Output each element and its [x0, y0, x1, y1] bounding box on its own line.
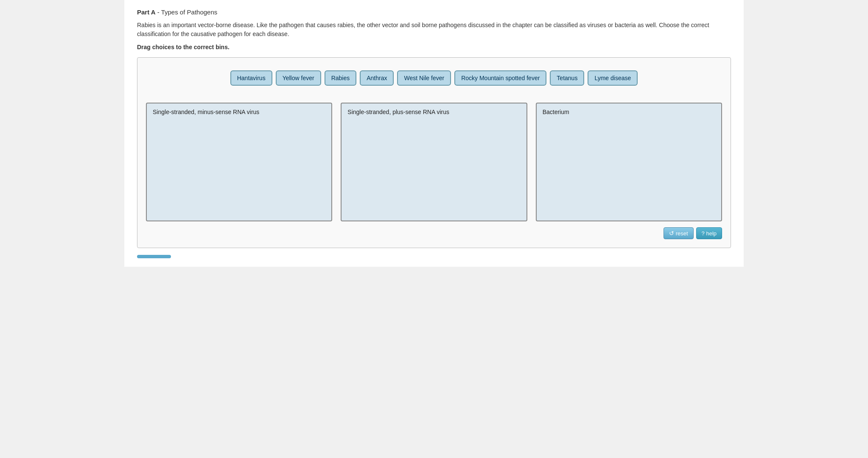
bins-row: Single-stranded, minus-sense RNA virusSi… — [146, 103, 722, 221]
part-label: Part A — [137, 8, 156, 16]
help-button[interactable]: ? help — [696, 227, 722, 239]
bin-label-bin_bacterium: Bacterium — [543, 109, 715, 115]
bin-bin_minus_sense[interactable]: Single-stranded, minus-sense RNA virus — [146, 103, 332, 221]
bin-bin_plus_sense[interactable]: Single-stranded, plus-sense RNA virus — [341, 103, 527, 221]
drag-item-tetanus[interactable]: Tetanus — [550, 70, 584, 86]
instructions-text: Drag choices to the correct bins. — [137, 44, 731, 50]
drag-item-lyme_disease[interactable]: Lyme disease — [588, 70, 638, 86]
drag-item-anthrax[interactable]: Anthrax — [360, 70, 394, 86]
drag-item-hantavirus[interactable]: Hantavirus — [230, 70, 272, 86]
drag-item-west_nile_fever[interactable]: West Nile fever — [397, 70, 451, 86]
bin-bin_bacterium[interactable]: Bacterium — [536, 103, 722, 221]
part-title: Types of Pathogens — [161, 8, 218, 16]
bin-label-bin_plus_sense: Single-stranded, plus-sense RNA virus — [347, 109, 520, 115]
main-activity-box: HantavirusYellow feverRabiesAnthraxWest … — [137, 57, 731, 248]
bin-content-bin_minus_sense — [153, 120, 325, 213]
part-header: Part A - Types of Pathogens — [137, 8, 731, 16]
bin-content-bin_bacterium — [543, 120, 715, 213]
bin-label-bin_minus_sense: Single-stranded, minus-sense RNA virus — [153, 109, 325, 115]
drag-item-rabies[interactable]: Rabies — [325, 70, 357, 86]
footer-row: reset ? help — [146, 227, 722, 239]
description-text: Rabies is an important vector-borne dise… — [137, 21, 731, 39]
drag-item-rocky_mountain[interactable]: Rocky Mountain spotted fever — [454, 70, 546, 86]
drag-item-yellow_fever[interactable]: Yellow fever — [276, 70, 321, 86]
drag-items-row: HantavirusYellow feverRabiesAnthraxWest … — [146, 70, 722, 86]
reset-button[interactable]: reset — [664, 227, 694, 239]
bin-content-bin_plus_sense — [347, 120, 520, 213]
page-container: Part A - Types of Pathogens Rabies is an… — [124, 0, 744, 267]
bottom-progress-bar — [137, 255, 171, 258]
